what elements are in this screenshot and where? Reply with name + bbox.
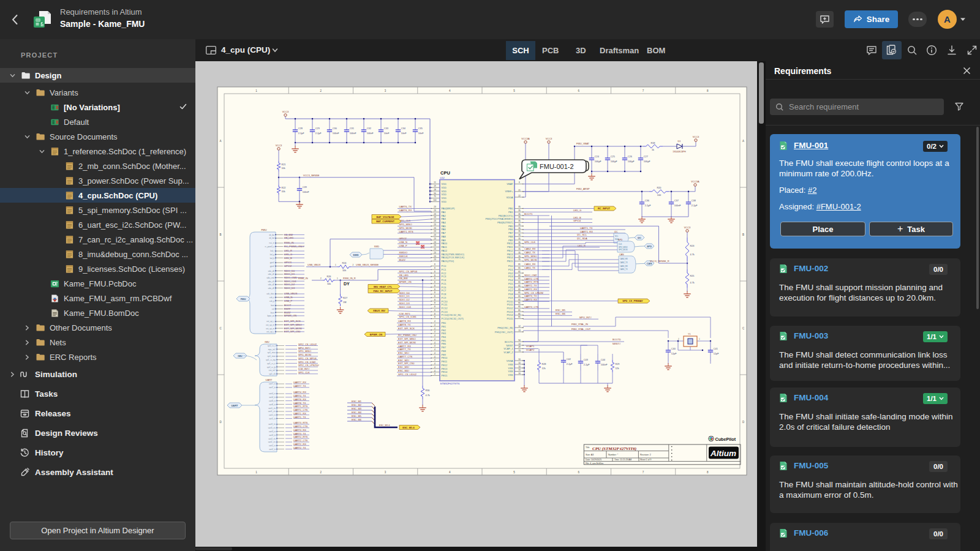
- svg-text:MPU_INT#: MPU_INT#: [579, 316, 592, 319]
- svg-text:PB2(BOOT1): PB2(BOOT1): [499, 214, 513, 217]
- svg-text:PC11: PC11: [442, 303, 448, 306]
- svg-text:rssi_in: rssi_in: [269, 242, 274, 244]
- svg-text:uart1_rx: uart1_rx: [269, 414, 276, 416]
- svg-text:35: 35: [518, 255, 521, 258]
- svg-text:boot: boot: [271, 304, 274, 307]
- svg-text:81: 81: [518, 288, 521, 291]
- svg-text:PA6: PA6: [442, 228, 447, 231]
- svg-text:SPI1_MISO: SPI1_MISO: [399, 223, 412, 226]
- svg-text:FMU_VBAT: FMU_VBAT: [576, 142, 590, 145]
- svg-text:led_b: led_b: [270, 257, 275, 260]
- svg-text:sdio_d2: sdio_d2: [268, 283, 274, 286]
- svg-text:R25: R25: [690, 275, 695, 277]
- svg-text:R24: R24: [342, 262, 347, 264]
- svg-text:2.2μF: 2.2μF: [584, 364, 590, 366]
- svg-text:CAN2_RX: CAN2_RX: [524, 247, 536, 250]
- svg-text:PD11: PD11: [507, 303, 513, 306]
- svg-text:PE0: PE0: [442, 321, 447, 324]
- svg-text:PA3: PA3: [442, 217, 447, 220]
- svg-text:PE15: PE15: [442, 374, 448, 377]
- svg-text:8: 8: [434, 267, 435, 269]
- svg-text:PC9: PC9: [442, 296, 447, 299]
- svg-text:PE8: PE8: [442, 350, 447, 353]
- svg-text:UART2_RX: UART2_RX: [293, 443, 306, 446]
- svg-text:4: 4: [434, 345, 435, 347]
- svg-text:USB_VBUX_SENSE: USB_VBUX_SENSE: [356, 263, 379, 266]
- svg-text:MPU_INT#: MPU_INT#: [298, 347, 311, 350]
- svg-text:PC3: PC3: [442, 275, 447, 278]
- svg-text:XBUX_INV: XBUX_INV: [373, 309, 385, 312]
- svg-text:VDD: VDD: [442, 182, 447, 186]
- svg-text:VDD: VDD: [442, 200, 447, 203]
- svg-text:100: 100: [657, 194, 661, 197]
- svg-text:UART7_RX: UART7_RX: [398, 345, 411, 348]
- svg-text:23: 23: [434, 238, 436, 240]
- svg-text:PC6: PC6: [442, 286, 447, 289]
- svg-text:uart7_tx: uart7_tx: [269, 386, 276, 389]
- svg-text:11: 11: [434, 181, 436, 184]
- svg-text:81: 81: [518, 271, 521, 273]
- svg-text:uart3_rx: uart3_rx: [269, 430, 276, 433]
- svg-text:BUZZ: BUZZ: [399, 258, 406, 261]
- svg-text:8: 8: [434, 291, 435, 294]
- svg-text:EXT_SPI_SCK: EXT_SPI_SCK: [398, 327, 415, 330]
- svg-text:100μF: 100μF: [628, 160, 635, 163]
- svg-text:C37: C37: [674, 200, 679, 202]
- svg-text:SPD_MISO: SPD_MISO: [524, 255, 537, 258]
- svg-text:BOOT1: BOOT1: [524, 212, 533, 216]
- svg-text:CAN2_TX: CAN2_TX: [524, 251, 535, 254]
- svg-text:PB4(NJTRST): PB4(NJTRST): [497, 221, 513, 224]
- svg-text:100nF: 100nF: [303, 191, 309, 193]
- svg-text:GPIO2: GPIO2: [399, 237, 407, 240]
- svg-text:VCC3A: VCC3A: [691, 180, 699, 183]
- svg-text:1N5408CBPH: 1N5408CBPH: [673, 151, 686, 153]
- svg-text:VDD: VDD: [442, 186, 447, 189]
- svg-text:PC5: PC5: [442, 282, 447, 285]
- svg-text:PB10: PB10: [507, 242, 514, 245]
- svg-text:PB11: PB11: [507, 246, 513, 249]
- svg-text:SPD_CX_PRIMAY: SPD_CX_PRIMAY: [622, 299, 643, 302]
- svg-text:UART1_RTS: UART1_RTS: [293, 405, 308, 408]
- svg-text:UART1_CTS: UART1_CTS: [293, 408, 308, 411]
- svg-text:SPI1_MOSI: SPI1_MOSI: [399, 227, 412, 230]
- svg-text:C27: C27: [644, 156, 648, 158]
- svg-text:UART1_RX: UART1_RX: [580, 230, 593, 233]
- svg-text:10k: 10k: [282, 190, 285, 193]
- svg-text:VSS: VSS: [508, 363, 513, 366]
- svg-text:UART4_TX: UART4_TX: [293, 394, 306, 397]
- svg-text:PA1: PA1: [442, 211, 447, 214]
- svg-text:C36: C36: [645, 200, 649, 202]
- svg-text:UART4_RX: UART4_RX: [293, 391, 306, 394]
- svg-text:UART7_TX: UART7_TX: [398, 348, 411, 351]
- svg-text:rc_pwm3_o: rc_pwm3_o: [265, 246, 274, 248]
- svg-text:SWD: SWD: [353, 253, 358, 257]
- svg-text:4: 4: [434, 324, 435, 326]
- svg-text:PB12: PB12: [507, 249, 514, 252]
- svg-text:SPI2_MOSI: SPI2_MOSI: [619, 249, 628, 251]
- svg-text:UART1_RTS: UART1_RTS: [399, 230, 414, 233]
- svg-text:sdio_d0: sdio_d0: [268, 270, 274, 272]
- svg-text:sdio_d1: sdio_d1: [268, 273, 274, 276]
- svg-text:23: 23: [434, 241, 436, 244]
- svg-text:12pF: 12pF: [671, 353, 677, 355]
- svg-text:RC_INPUT: RC_INPUT: [598, 207, 611, 210]
- svg-text:A: A: [219, 140, 221, 143]
- svg-text:FMU-001-2: FMU-001-2: [540, 163, 574, 170]
- svg-text:C41: C41: [714, 348, 718, 350]
- svg-text:PC7: PC7: [442, 289, 447, 292]
- svg-text:Time: 11:21:23 AM: Time: 11:21:23 AM: [614, 459, 631, 461]
- svg-text:UART2_TX: UART2_TX: [293, 446, 306, 449]
- svg-text:PE6: PE6: [442, 342, 447, 345]
- svg-text:2.2μF: 2.2μF: [298, 132, 304, 135]
- svg-text:10nF: 10nF: [418, 132, 424, 135]
- svg-text:PA11: PA11: [442, 246, 448, 249]
- svg-text:XB_BW: XB_BW: [399, 277, 408, 280]
- svg-text:C31: C31: [350, 127, 354, 130]
- svg-text:1M: 1M: [343, 301, 346, 304]
- svg-text:C43: C43: [584, 359, 588, 361]
- svg-text:UART7_TX: UART7_TX: [293, 384, 306, 388]
- svg-text:gpio2: gpio2: [270, 265, 275, 268]
- svg-text:4: 4: [434, 334, 435, 337]
- svg-text:VCC3_SENSE_R: VCC3_SENSE_R: [650, 260, 669, 263]
- svg-text:usb_n: usb_n: [270, 296, 275, 299]
